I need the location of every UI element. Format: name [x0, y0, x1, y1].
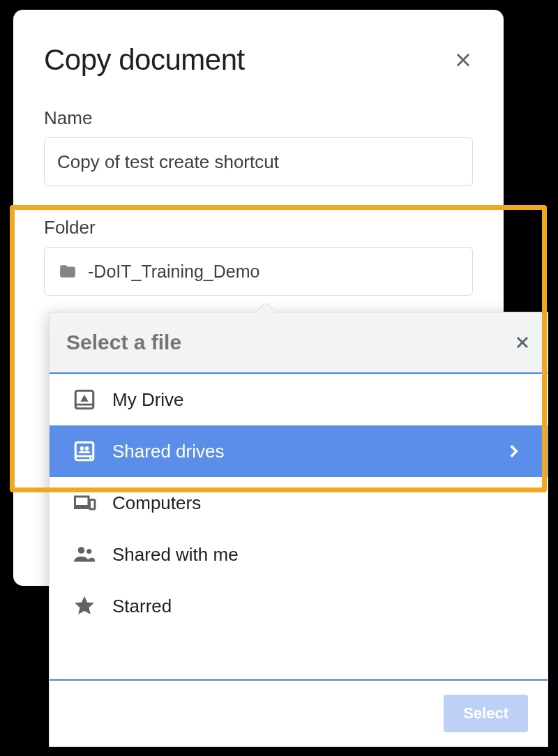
picker-item-label: Shared drives [112, 441, 489, 462]
folder-input[interactable]: -DoIT_Training_Demo [44, 247, 473, 296]
name-label: Name [44, 107, 473, 129]
name-input[interactable] [44, 137, 473, 186]
close-icon[interactable] [514, 334, 531, 351]
picker-item-label: Shared with me [112, 544, 522, 566]
folder-value: -DoIT_Training_Demo [88, 262, 259, 282]
shared-with-me-icon [72, 542, 97, 567]
svg-point-3 [80, 446, 84, 451]
svg-rect-1 [75, 404, 93, 406]
file-picker: Select a file My Drive [49, 312, 548, 747]
close-icon[interactable] [453, 50, 473, 70]
star-icon [72, 594, 97, 619]
picker-item-label: Computers [112, 492, 522, 514]
name-field-group: Name [44, 107, 473, 186]
svg-point-4 [85, 446, 89, 451]
svg-point-9 [86, 549, 91, 554]
folder-field-group: Folder -DoIT_Training_Demo [44, 217, 473, 296]
computers-icon [72, 490, 97, 515]
svg-point-6 [89, 458, 91, 460]
folder-icon [57, 262, 78, 280]
picker-item-starred[interactable]: Starred [50, 580, 548, 632]
folder-label: Folder [44, 217, 473, 239]
picker-caret [256, 303, 274, 312]
drive-icon [72, 387, 97, 412]
picker-item-computers[interactable]: Computers [50, 477, 548, 529]
picker-title: Select a file [66, 331, 181, 354]
svg-rect-5 [75, 455, 93, 458]
svg-rect-7 [90, 500, 96, 510]
picker-item-my-drive[interactable]: My Drive [50, 374, 548, 425]
chevron-right-icon [504, 442, 522, 460]
dialog-title: Copy document [44, 43, 245, 77]
svg-point-8 [78, 547, 85, 554]
picker-item-label: Starred [112, 596, 522, 617]
picker-item-shared-with-me[interactable]: Shared with me [50, 529, 548, 580]
picker-footer: Select [50, 679, 548, 746]
picker-item-shared-drives[interactable]: Shared drives [50, 425, 548, 477]
picker-header: Select a file [50, 312, 548, 374]
shared-drives-icon [72, 439, 97, 464]
picker-item-label: My Drive [112, 389, 522, 411]
select-button[interactable]: Select [444, 695, 528, 732]
dialog-header: Copy document [44, 43, 473, 77]
picker-list: My Drive Shared drives [50, 374, 548, 679]
